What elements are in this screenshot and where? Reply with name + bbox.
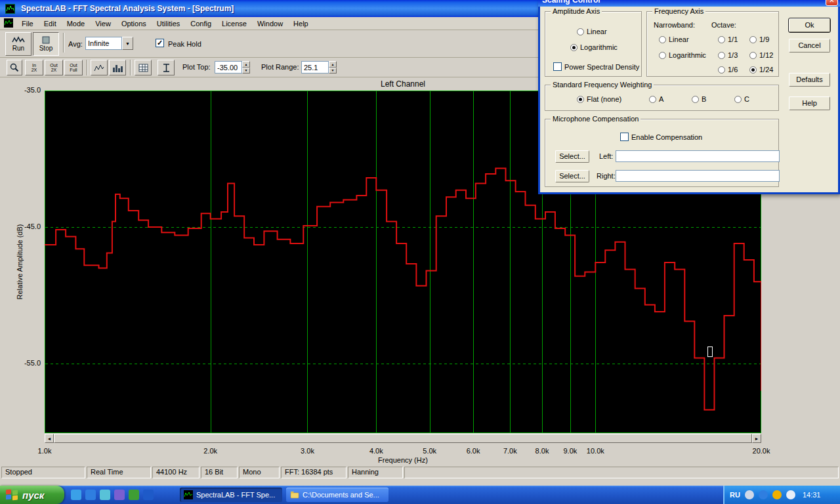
frequency-axis-group: Frequency Axis Narrowband: Octave: Linea… — [646, 11, 779, 77]
x-axis-ticks: 1.0k2.0k3.0k4.0k5.0k6.0k7.0k8.0k9.0k10.0… — [45, 447, 761, 456]
radio-narrowband-logarithmic[interactable]: Logarithmic — [659, 51, 706, 59]
spin-down-icon[interactable]: ▼ — [329, 68, 337, 74]
taskbar-task-explorer[interactable]: C:\Documents and Se... — [286, 488, 388, 502]
radio-weighting-b[interactable]: B — [692, 95, 706, 103]
chevron-down-icon[interactable]: ▼ — [122, 37, 133, 50]
run-button[interactable]: Run — [5, 32, 32, 56]
radio-icon — [649, 96, 656, 103]
tray-icon-1[interactable] — [745, 490, 754, 499]
close-icon[interactable]: ✕ — [826, 0, 838, 6]
peak-hold-checkbox[interactable]: ✓ — [156, 39, 164, 47]
quick-launch-icon-6[interactable] — [143, 490, 154, 500]
avg-combobox[interactable]: ▼ — [85, 37, 133, 50]
radio-octave-1-1[interactable]: 1/1 — [718, 35, 738, 43]
menu-mode[interactable]: Mode — [62, 18, 91, 29]
mic-compensation-group: Microphone Compensation Enable Compensat… — [545, 119, 779, 187]
language-indicator[interactable]: RU — [730, 491, 740, 499]
menu-options[interactable]: Options — [116, 18, 152, 29]
scroll-right-icon[interactable]: ► — [752, 434, 761, 443]
statusbar: Stopped Real Time 44100 Hz 16 Bit Mono F… — [0, 466, 840, 479]
y-axis-label: Relative Amplitude (dB) — [16, 224, 24, 300]
zoom-in-2x-button[interactable]: In 2X — [25, 60, 43, 75]
dialog-title: Scaling Control — [542, 0, 600, 5]
avg-value[interactable] — [85, 37, 122, 50]
radio-weighting-flat[interactable]: Flat (none) — [577, 95, 621, 103]
status-channels: Mono — [239, 467, 280, 478]
plot-top-spinner[interactable]: ▲▼ — [215, 61, 250, 74]
radio-icon — [734, 96, 742, 103]
tray-icon-2[interactable] — [759, 490, 768, 499]
defaults-button[interactable]: Defaults — [789, 73, 830, 87]
app-icon — [5, 4, 15, 14]
menu-utilities[interactable]: Utilities — [152, 18, 185, 29]
plot-range-spinner[interactable]: ▲▼ — [301, 61, 337, 74]
stop-button[interactable]: Stop — [33, 32, 59, 56]
right-compensation-input[interactable] — [616, 170, 780, 182]
psd-checkbox[interactable]: Power Spectral Density — [553, 62, 639, 71]
spin-up-icon[interactable]: ▲ — [242, 61, 250, 68]
menu-config[interactable]: Config — [185, 18, 217, 29]
dialog-titlebar[interactable]: Scaling Control ✕ — [538, 0, 840, 7]
select-right-button[interactable]: Select... — [555, 170, 589, 182]
taskbar-task-spectralab[interactable]: SpectraLAB - FFT Spe... — [180, 488, 282, 502]
spin-down-icon[interactable]: ▼ — [242, 68, 250, 74]
status-window-fn: Hanning — [348, 467, 403, 478]
menu-file[interactable]: File — [16, 18, 39, 29]
line-spectrum-button[interactable] — [91, 60, 108, 75]
enable-compensation-checkbox[interactable]: Enable Compensation — [620, 133, 702, 141]
menu-license[interactable]: License — [217, 18, 252, 29]
ok-button[interactable]: Ok — [789, 18, 830, 32]
select-left-button[interactable]: Select... — [555, 150, 589, 163]
zoom-out-full-button[interactable]: Out Full — [64, 60, 83, 75]
quick-launch-icon-2[interactable] — [85, 490, 96, 500]
y-tick-label: -35.0 — [12, 86, 41, 94]
tray-icon-4[interactable] — [786, 490, 795, 499]
bar-spectrum-button[interactable] — [109, 60, 126, 75]
left-compensation-input[interactable] — [616, 150, 780, 162]
cancel-button[interactable]: Cancel — [789, 39, 830, 52]
quick-launch-icon-5[interactable] — [129, 490, 139, 500]
plot-top-input[interactable] — [215, 61, 242, 74]
radio-amplitude-logarithmic[interactable]: Logarithmic — [570, 43, 618, 51]
radio-amplitude-linear[interactable]: Linear — [577, 28, 607, 35]
plot-cursor — [707, 346, 713, 357]
menu-window[interactable]: Window — [252, 18, 288, 29]
tray-icon-3[interactable] — [772, 490, 782, 499]
quick-launch-icon-1[interactable] — [71, 490, 81, 500]
scroll-left-icon[interactable]: ◄ — [45, 434, 54, 443]
zoom-out-2x-button[interactable]: Out 2X — [45, 60, 63, 75]
quick-launch-icon-4[interactable] — [114, 490, 125, 500]
quick-launch-icon-3[interactable] — [100, 490, 110, 500]
grid-options-button[interactable] — [135, 60, 152, 75]
start-button[interactable]: пуск — [0, 486, 64, 504]
radio-narrowband-linear[interactable]: Linear — [659, 35, 689, 43]
radio-octave-1-6[interactable]: 1/6 — [718, 66, 738, 74]
vertical-fit-button[interactable] — [158, 60, 175, 75]
radio-octave-1-9[interactable]: 1/9 — [749, 35, 769, 43]
radio-icon — [692, 96, 699, 103]
plot-hscrollbar[interactable]: ◄ ► — [45, 434, 761, 443]
right-label: Right: — [597, 172, 616, 180]
amplitude-axis-title: Amplitude Axis — [551, 7, 602, 15]
radio-weighting-c[interactable]: C — [734, 95, 749, 103]
radio-octave-1-12[interactable]: 1/12 — [749, 51, 773, 59]
spin-up-icon[interactable]: ▲ — [329, 61, 337, 68]
menu-view[interactable]: View — [90, 18, 116, 29]
scroll-thumb[interactable] — [54, 434, 752, 443]
menu-edit[interactable]: Edit — [39, 18, 62, 29]
zoom-button[interactable] — [7, 60, 22, 75]
run-waveform-icon — [12, 36, 25, 44]
mic-compensation-title: Microphone Compensation — [551, 115, 640, 123]
menu-help[interactable]: Help — [288, 18, 314, 29]
spectrum-child-icon[interactable] — [4, 18, 14, 28]
radio-octave-1-24[interactable]: 1/24 — [749, 66, 773, 74]
radio-weighting-a[interactable]: A — [649, 95, 663, 103]
narrowband-label: Narrowband: — [654, 21, 695, 29]
help-button[interactable]: Help — [789, 96, 830, 110]
radio-icon — [577, 96, 584, 103]
x-tick-label: 10.0k — [587, 447, 604, 455]
radio-octave-1-3[interactable]: 1/3 — [718, 51, 738, 59]
octave-label: Octave: — [711, 21, 736, 29]
plot-range-input[interactable] — [301, 61, 329, 74]
status-bitdepth: 16 Bit — [201, 467, 238, 478]
